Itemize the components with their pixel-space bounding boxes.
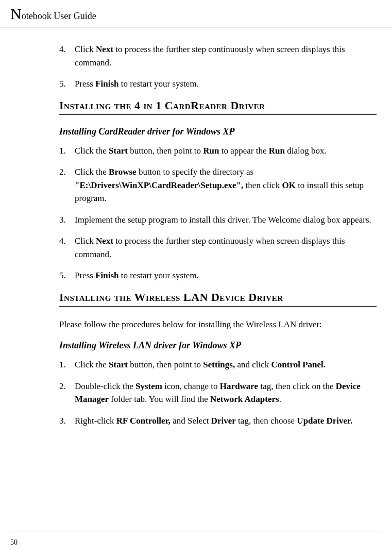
list-text: Right-click RF Controller, and Select Dr… <box>75 414 377 428</box>
list-number: 5. <box>59 269 75 282</box>
section-heading-cardreader: Installing the 4 in 1 CardReader Driver <box>59 99 377 115</box>
paragraph: Please follow the procedures below for i… <box>59 318 377 331</box>
page-header: Notebook User Guide <box>0 0 392 27</box>
list-number: 3. <box>59 414 75 428</box>
section-heading-wireless: Installing the Wireless LAN Device Drive… <box>59 291 377 307</box>
list-item: 1. Click the Start button, then point to… <box>59 358 377 372</box>
list-number: 5. <box>59 77 75 91</box>
list-text: Click Next to process the further step c… <box>75 43 377 69</box>
list-item: 2. Double-click the System icon, change … <box>59 380 377 406</box>
list-item: 5. Press Finish to restart your system. <box>59 269 377 282</box>
list-text: Click the Start button, then point to Se… <box>75 358 377 372</box>
list-number: 1. <box>59 358 75 372</box>
list-item: 2. Click the Browse button to specify th… <box>59 165 377 205</box>
list-number: 2. <box>59 165 75 205</box>
page-number: 50 <box>10 538 18 547</box>
list-text: Press Finish to restart your system. <box>75 269 377 282</box>
list-number: 2. <box>59 380 75 406</box>
list-item: 4. Click Next to process the further ste… <box>59 234 377 261</box>
list-number: 3. <box>59 213 75 227</box>
header-title-rest: otebook User Guide <box>22 11 96 21</box>
list-item: 5. Press Finish to restart your system. <box>59 77 377 91</box>
list-number: 4. <box>59 234 75 261</box>
footer-divider <box>10 531 382 531</box>
list-text: Press Finish to restart your system. <box>75 77 377 91</box>
subheading-cardreader-xp: Installing CardReader driver for Windows… <box>59 126 377 137</box>
list-text: Click Next to process the further step c… <box>75 234 377 261</box>
list-item: 4. Click Next to process the further ste… <box>59 43 377 69</box>
list-text: Implement the setup program to install t… <box>75 213 377 227</box>
list-text: Double-click the System icon, change to … <box>75 380 377 406</box>
list-number: 1. <box>59 144 75 158</box>
page-content: 4. Click Next to process the further ste… <box>0 43 392 427</box>
list-text: Click the Start button, then point to Ru… <box>75 144 377 158</box>
header-title: Notebook User Guide <box>10 5 382 23</box>
list-item: 3. Right-click RF Controller, and Select… <box>59 414 377 428</box>
list-text: Click the Browse button to specify the d… <box>75 165 377 205</box>
subheading-wireless-xp: Installing Wireless LAN driver for Windo… <box>59 340 377 351</box>
list-item: 3. Implement the setup program to instal… <box>59 213 377 227</box>
list-number: 4. <box>59 43 75 69</box>
list-item: 1. Click the Start button, then point to… <box>59 144 377 158</box>
